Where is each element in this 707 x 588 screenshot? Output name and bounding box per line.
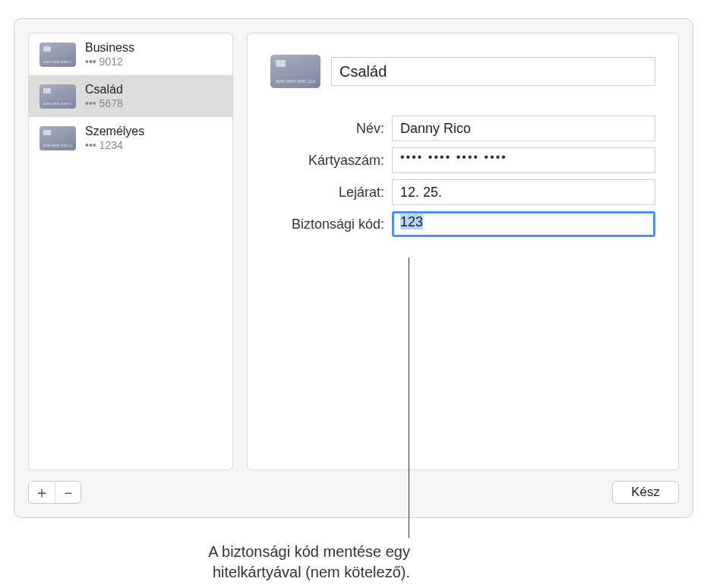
card-list-sidebar: Business ••• 9012 Család ••• 5678 Személ… — [28, 33, 233, 470]
expiry-label: Lejárat: — [270, 185, 384, 201]
content-row: Business ••• 9012 Család ••• 5678 Személ… — [28, 33, 679, 470]
add-remove-group: ＋ － — [28, 481, 81, 504]
card-title: Család — [85, 83, 123, 96]
credit-card-settings-window: Business ••• 9012 Család ••• 5678 Személ… — [14, 18, 693, 518]
done-button[interactable]: Kész — [612, 481, 679, 504]
minus-icon: － — [61, 482, 76, 503]
card-title: Személyes — [85, 125, 144, 138]
expiry-input[interactable] — [392, 179, 655, 205]
card-last4: ••• 1234 — [85, 139, 144, 151]
callout-caption: A biztonsági kód mentése egy hitelkártyá… — [0, 542, 410, 583]
bottom-toolbar: ＋ － Kész — [28, 481, 679, 504]
security-code-value: 123 — [400, 214, 423, 229]
credit-card-icon — [39, 126, 76, 150]
remove-card-button[interactable]: － — [55, 482, 80, 503]
card-text: Személyes ••• 1234 — [85, 125, 144, 151]
credit-card-icon — [39, 43, 76, 67]
credit-card-icon — [39, 84, 76, 109]
card-detail-panel: Név: Kártyaszám: •••• •••• •••• •••• Lej… — [247, 33, 679, 470]
card-last4: ••• 9012 — [85, 55, 134, 68]
security-code-label: Biztonsági kód: — [270, 217, 384, 232]
card-list: Business ••• 9012 Család ••• 5678 Személ… — [29, 33, 232, 469]
number-label: Kártyaszám: — [270, 153, 384, 169]
callout-line1: A biztonsági kód mentése egy — [208, 543, 410, 560]
card-number-input[interactable]: •••• •••• •••• •••• — [392, 147, 655, 173]
card-last4: ••• 5678 — [85, 97, 123, 109]
plus-icon: ＋ — [34, 482, 49, 503]
card-item-szemelyes[interactable]: Személyes ••• 1234 — [29, 117, 232, 159]
callout-line2: hitelkártyával (nem kötelező). — [213, 564, 410, 580]
name-label: Név: — [270, 121, 384, 137]
detail-header — [270, 55, 655, 88]
add-card-button[interactable]: ＋ — [29, 482, 55, 503]
cardholder-name-input[interactable] — [392, 115, 655, 141]
card-description-input[interactable] — [331, 57, 655, 86]
card-text: Család ••• 5678 — [85, 83, 123, 109]
callout-line — [409, 258, 409, 538]
card-form: Név: Kártyaszám: •••• •••• •••• •••• Lej… — [270, 115, 655, 237]
card-item-csalad[interactable]: Család ••• 5678 — [29, 75, 232, 117]
card-title: Business — [85, 41, 134, 55]
security-code-input[interactable]: 123 — [392, 211, 655, 237]
credit-card-icon — [270, 55, 320, 88]
card-item-business[interactable]: Business ••• 9012 — [29, 33, 232, 75]
card-text: Business ••• 9012 — [85, 41, 134, 68]
